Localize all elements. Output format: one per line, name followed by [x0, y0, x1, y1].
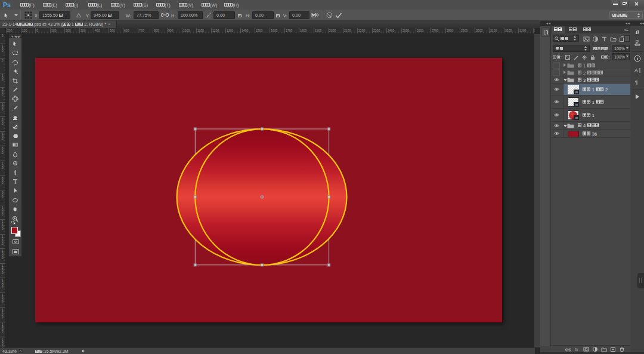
svg-text:A: A: [634, 67, 638, 73]
svg-text:¶: ¶: [635, 79, 638, 85]
svg-text:fx: fx: [575, 347, 578, 352]
